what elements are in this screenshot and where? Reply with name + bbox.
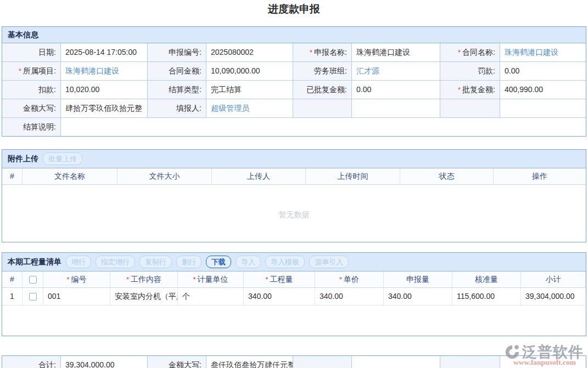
- boq-empty-area: [2, 305, 586, 336]
- empty-label-cell: [293, 99, 352, 118]
- filler-link[interactable]: 超级管理员: [211, 104, 249, 112]
- required-asterisk: *: [458, 86, 461, 94]
- filler-label: 填报人:: [148, 99, 206, 118]
- project-link[interactable]: 珠海鹤港口建设: [65, 66, 119, 75]
- date-label: 日期:: [2, 43, 61, 62]
- row-unit-price: 340.00: [315, 288, 384, 305]
- attachments-header: 附件上传 批量上传: [2, 150, 586, 168]
- insert-row-button[interactable]: 指定增行: [96, 256, 135, 268]
- labor-team-label: 劳务班组:: [293, 62, 352, 81]
- col-unit: *计量单位: [178, 271, 244, 288]
- summary-strip: 合计: 39,304,000.00 金额大写: 叁仟玖佰叁拾万肆仟元整: [2, 355, 586, 368]
- col-subtotal: 小计: [521, 271, 586, 288]
- required-asterisk: *: [66, 275, 69, 284]
- download-button[interactable]: 下载: [206, 256, 231, 268]
- col-upload-time: 上传时间: [306, 168, 400, 185]
- empty-label-cell: [440, 356, 500, 368]
- required-asterisk: *: [458, 48, 461, 56]
- empty-value-cell: [352, 356, 440, 368]
- settle-note-label: 结算说明:: [2, 118, 61, 136]
- settle-note-value: [61, 118, 586, 136]
- col-no: *编号: [43, 271, 110, 288]
- penalty-value: 0.00: [500, 62, 586, 81]
- date-value: 2025-08-14 17:05:00: [61, 43, 148, 62]
- col-unit-price: *单价: [315, 271, 384, 288]
- empty-value-cell: [500, 99, 586, 118]
- row-approved-qty: 115,600.00: [452, 288, 521, 305]
- empty-label-cell: [293, 356, 352, 368]
- row-declared-qty: 340.00: [384, 288, 452, 305]
- col-quantity: *工程量: [244, 271, 315, 288]
- basic-info-header: 基本信息: [2, 27, 586, 43]
- col-select-all: [23, 271, 43, 288]
- required-asterisk: *: [339, 275, 342, 284]
- deduction-value: 10,020.00: [61, 81, 148, 99]
- settle-type-label: 结算类型:: [148, 81, 206, 99]
- row-work-content: 安装室内分机（平层.: [110, 288, 178, 305]
- col-index: #: [2, 168, 23, 185]
- col-work-content: *工作内容: [110, 271, 178, 288]
- page: 进度款申报 基本信息 日期: 2025-08-14 17:05:00 申报编号:…: [0, 0, 588, 368]
- basic-info-panel: 基本信息 日期: 2025-08-14 17:05:00 申报编号: 20250…: [2, 26, 586, 137]
- no-data-text: 暂无数据: [279, 210, 310, 220]
- row-index: 1: [2, 288, 23, 305]
- select-all-checkbox[interactable]: [29, 276, 37, 284]
- col-file-size: 文件大小: [117, 168, 212, 185]
- col-actions: 操作: [494, 168, 586, 185]
- empty-value-cell: [500, 356, 586, 368]
- empty-label-cell: [440, 99, 500, 118]
- attachments-title: 附件上传: [8, 154, 38, 164]
- attachments-empty-area: 暂无数据: [2, 185, 586, 242]
- import-template-button[interactable]: 导入模板: [265, 256, 305, 268]
- amount-words-value: 肆拾万零玖佰玖拾元整: [61, 99, 148, 118]
- contract-name-link[interactable]: 珠海鹤港口建设: [505, 48, 558, 56]
- boq-header: 本期工程量清单 增行 指定增行 复制行 删行 下载 导入 导入模板 源单引入: [2, 253, 586, 271]
- penalty-label: 罚款:: [440, 62, 500, 81]
- attachments-panel: 附件上传 批量上传 # 文件名称 文件大小 上传人 上传时间 状态 操作 暂无数…: [2, 149, 586, 242]
- labor-team-value: 汇才源: [352, 62, 440, 81]
- row-no: 001: [43, 288, 110, 305]
- contract-amount-label: 合同金额:: [148, 62, 206, 81]
- source-import-button[interactable]: 源单引入: [309, 256, 349, 268]
- labor-team-link[interactable]: 汇才源: [356, 66, 379, 75]
- attachments-table-header: # 文件名称 文件大小 上传人 上传时间 状态 操作: [2, 168, 586, 185]
- amount-words-label: 金额大写:: [2, 99, 61, 118]
- summary-words-label: 金额大写:: [148, 356, 206, 368]
- import-button[interactable]: 导入: [236, 256, 261, 268]
- summary-words-value: 叁仟玖佰叁拾万肆仟元整: [206, 356, 293, 368]
- decl-name-value: 珠海鹤港口建设: [352, 43, 440, 62]
- decl-no-label: 申报编号:: [148, 43, 206, 62]
- row-checkbox[interactable]: [29, 293, 37, 301]
- total-label: 合计:: [2, 356, 61, 368]
- project-value: 珠海鹤港口建设: [61, 62, 148, 81]
- total-value: 39,304,000.00: [61, 356, 148, 368]
- approved-amount-label: *批复金额:: [440, 81, 500, 99]
- col-approved-qty: 核准量: [452, 271, 521, 288]
- copy-row-button[interactable]: 复制行: [139, 256, 172, 268]
- col-index: #: [2, 271, 23, 288]
- empty-value-cell: [352, 99, 440, 118]
- add-row-button[interactable]: 增行: [66, 256, 91, 268]
- row-quantity: 340.00: [244, 288, 315, 305]
- required-asterisk: *: [265, 275, 268, 284]
- col-declared-qty: 申报量: [384, 271, 452, 288]
- batch-upload-button[interactable]: 批量上传: [43, 152, 82, 165]
- row-select-cell: [23, 288, 43, 305]
- boq-panel: 本期工程量清单 增行 指定增行 复制行 删行 下载 导入 导入模板 源单引入 #…: [2, 252, 586, 336]
- settle-type-value: 完工结算: [206, 81, 293, 99]
- approved-done-label: 已批复金额:: [293, 81, 352, 99]
- col-status: 状态: [400, 168, 494, 185]
- contract-name-value: 珠海鹤港口建设: [500, 43, 586, 62]
- decl-no-value: 2025080002: [206, 43, 293, 62]
- col-file-name: 文件名称: [23, 168, 117, 185]
- required-asterisk: *: [310, 48, 312, 56]
- approved-amount-value: 400,990.00: [500, 81, 586, 99]
- col-uploader: 上传人: [212, 168, 306, 185]
- deduction-label: 扣款:: [2, 81, 61, 99]
- delete-row-button[interactable]: 删行: [176, 256, 201, 268]
- contract-name-label: *合同名称:: [440, 43, 500, 62]
- approved-done-value: 0.00: [352, 81, 440, 99]
- row-subtotal: 39,304,000.00: [521, 288, 586, 305]
- basic-info-grid: 日期: 2025-08-14 17:05:00 申报编号: 2025080002…: [2, 43, 586, 136]
- required-asterisk: *: [126, 275, 129, 284]
